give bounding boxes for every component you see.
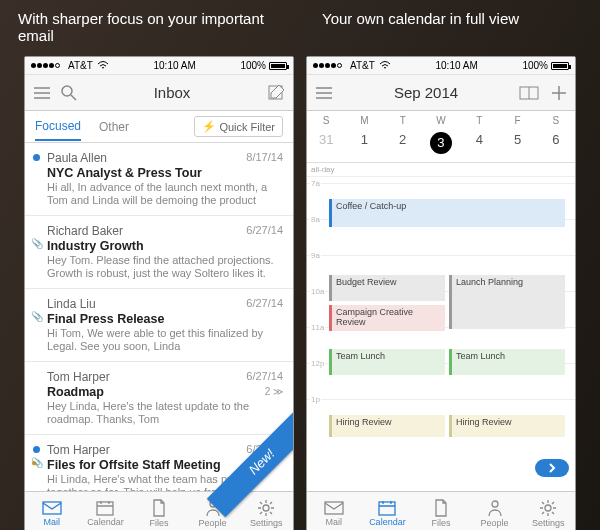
mail-item[interactable]: Paula Allen8/17/14NYC Analyst & Press To… bbox=[25, 143, 293, 216]
weekday-label: S bbox=[307, 115, 345, 126]
menu-icon[interactable] bbox=[33, 86, 51, 100]
files-icon bbox=[434, 499, 448, 517]
tabbar-label: Files bbox=[149, 518, 168, 528]
unread-dot-icon bbox=[33, 446, 40, 453]
bolt-icon: ⚡ bbox=[202, 120, 216, 133]
mail-preview: Hi all, In advance of the launch next mo… bbox=[47, 181, 283, 207]
calendar-event[interactable]: Budget Review bbox=[329, 275, 445, 301]
wifi-icon bbox=[97, 61, 109, 70]
attachment-icon: 📎 bbox=[31, 311, 43, 322]
tabbar-label: People bbox=[199, 518, 227, 528]
calendar-event[interactable]: Hiring Review bbox=[449, 415, 565, 437]
signal-dots-icon bbox=[313, 63, 342, 68]
hour-label: 1p bbox=[310, 395, 321, 404]
mail-item[interactable]: 📎Richard Baker6/27/14Industry GrowthHey … bbox=[25, 216, 293, 289]
day-grid[interactable]: 7a8a9a10a11a12p1pCoffee / Catch-upBudget… bbox=[307, 177, 575, 491]
hour-label: 9a bbox=[310, 251, 321, 260]
mail-thread-count: 2 ≫ bbox=[265, 386, 283, 397]
weekday-header: SMTWTFS bbox=[307, 111, 575, 128]
calendar-icon bbox=[378, 500, 396, 516]
mail-item[interactable]: 📎Linda Liu6/27/14Final Press ReleaseHi T… bbox=[25, 289, 293, 362]
date-cell[interactable]: 2 bbox=[384, 132, 422, 154]
date-cell[interactable]: 6 bbox=[537, 132, 575, 154]
hour-label: 12p bbox=[310, 359, 325, 368]
weekday-label: T bbox=[384, 115, 422, 126]
tabbar-people[interactable]: People bbox=[468, 492, 522, 530]
calendar-icon bbox=[96, 500, 114, 516]
allday-label: all-day bbox=[307, 163, 575, 177]
view-toggle-icon[interactable] bbox=[519, 86, 539, 100]
carrier-label: AT&T bbox=[350, 60, 375, 71]
calendar-event[interactable]: Team Lunch bbox=[329, 349, 445, 375]
date-cell[interactable]: 5 bbox=[498, 132, 536, 154]
weekday-label: W bbox=[422, 115, 460, 126]
tabbar-mail[interactable]: Mail bbox=[307, 492, 361, 530]
mail-subject: Roadmap bbox=[47, 385, 283, 399]
people-icon bbox=[487, 499, 503, 517]
search-icon[interactable] bbox=[61, 85, 77, 101]
attachment-icon: 📎 bbox=[31, 238, 43, 249]
tabbar-files[interactable]: Files bbox=[132, 492, 186, 530]
chevron-right-icon bbox=[547, 463, 557, 473]
tabbar-mail[interactable]: Mail bbox=[25, 492, 79, 530]
calendar-event[interactable]: Coffee / Catch-up bbox=[329, 199, 565, 227]
tabbar-label: Mail bbox=[44, 517, 61, 527]
calendar-event[interactable]: Campaign Creative Review bbox=[329, 305, 445, 331]
mail-date: 6/27/14 bbox=[246, 370, 283, 382]
wifi-icon bbox=[379, 61, 391, 70]
weekday-label: M bbox=[345, 115, 383, 126]
tab-focused[interactable]: Focused bbox=[35, 113, 81, 141]
tab-bar: MailCalendarFilesPeopleSettings bbox=[307, 491, 575, 530]
battery-pct-label: 100% bbox=[522, 60, 548, 71]
clock-label: 10:10 AM bbox=[109, 60, 241, 71]
svg-point-0 bbox=[62, 86, 72, 96]
quick-filter-label: Quick Filter bbox=[219, 121, 275, 133]
mail-icon bbox=[324, 500, 344, 516]
tabbar-label: Settings bbox=[532, 518, 565, 528]
carrier-label: AT&T bbox=[68, 60, 93, 71]
tabbar-calendar[interactable]: Calendar bbox=[361, 492, 415, 530]
mail-date: 6/27/14 bbox=[246, 224, 283, 236]
calendar-navbar: Sep 2014 bbox=[307, 75, 575, 111]
tabbar-label: Files bbox=[431, 518, 450, 528]
calendar-event[interactable]: Team Lunch bbox=[449, 349, 565, 375]
mail-icon bbox=[42, 500, 62, 516]
date-cell[interactable]: 1 bbox=[345, 132, 383, 154]
date-cell[interactable]: 31 bbox=[307, 132, 345, 154]
compose-icon[interactable] bbox=[267, 84, 285, 102]
tabbar-label: Mail bbox=[326, 517, 343, 527]
tabbar-calendar[interactable]: Calendar bbox=[79, 492, 133, 530]
mail-subject: Final Press Release bbox=[47, 312, 283, 326]
attachment-icon: 📎 bbox=[31, 457, 43, 468]
date-cell[interactable]: 4 bbox=[460, 132, 498, 154]
mail-date: 6/27/14 bbox=[246, 297, 283, 309]
mail-date: 8/17/14 bbox=[246, 151, 283, 163]
mail-item[interactable]: Tom Harper6/27/14RoadmapHey Linda, Here'… bbox=[25, 362, 293, 435]
hour-label: 7a bbox=[310, 179, 321, 188]
calendar-event[interactable]: Hiring Review bbox=[329, 415, 445, 437]
mail-navbar: Inbox bbox=[25, 75, 293, 111]
next-day-button[interactable] bbox=[535, 459, 569, 477]
quick-filter-button[interactable]: ⚡ Quick Filter bbox=[194, 116, 283, 137]
status-bar: AT&T 10:10 AM 100% bbox=[307, 57, 575, 75]
weekday-label: S bbox=[537, 115, 575, 126]
tabbar-files[interactable]: Files bbox=[414, 492, 468, 530]
svg-rect-8 bbox=[379, 502, 395, 515]
add-event-icon[interactable] bbox=[551, 85, 567, 101]
status-bar: AT&T 10:10 AM 100% bbox=[25, 57, 293, 75]
mail-preview: Hey Tom. Please find the attached projec… bbox=[47, 254, 283, 280]
tab-other[interactable]: Other bbox=[99, 114, 129, 140]
caption-right: Your own calendar in full view bbox=[300, 10, 582, 44]
weekday-label: T bbox=[460, 115, 498, 126]
svg-rect-3 bbox=[97, 502, 113, 515]
tabbar-settings[interactable]: Settings bbox=[521, 492, 575, 530]
menu-icon[interactable] bbox=[315, 86, 333, 100]
mail-subject: NYC Analyst & Press Tour bbox=[47, 166, 283, 180]
calendar-title: Sep 2014 bbox=[343, 84, 509, 101]
tabbar-settings[interactable]: Settings bbox=[239, 492, 293, 530]
calendar-event[interactable]: Launch Planning bbox=[449, 275, 565, 329]
files-icon bbox=[152, 499, 166, 517]
mail-list[interactable]: Paula Allen8/17/14NYC Analyst & Press To… bbox=[25, 143, 293, 491]
tabbar-label: Calendar bbox=[87, 517, 124, 527]
date-cell[interactable]: 3 bbox=[422, 132, 460, 154]
